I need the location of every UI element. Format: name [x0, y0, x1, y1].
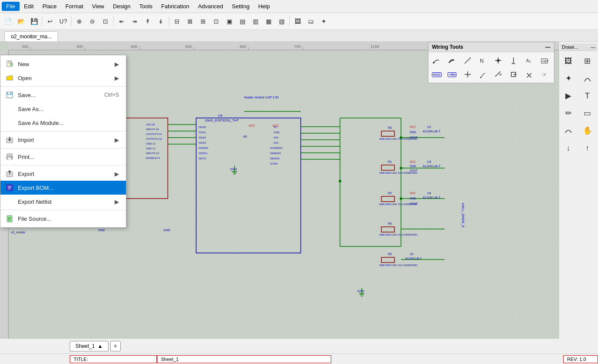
tb-redo[interactable]: U?: [57, 15, 69, 27]
sep5: [289, 16, 290, 27]
tb-layers[interactable]: 🗂: [305, 15, 317, 27]
tb-tool3[interactable]: ⊞: [197, 15, 209, 27]
wt-probe[interactable]: [476, 68, 489, 81]
tb-save[interactable]: 💾: [28, 15, 40, 27]
menu-item-filesource[interactable]: File Source...: [0, 212, 126, 226]
menu-item-open[interactable]: Open ▶: [0, 71, 126, 85]
wt-power[interactable]: [507, 54, 520, 67]
wt-buspin[interactable]: [507, 68, 520, 81]
rp-arrow-up[interactable]: ↑: [579, 140, 596, 156]
svg-text:A1104LUA-T: A1104LUA-T: [423, 130, 441, 133]
wt-hand[interactable]: ☞: [538, 68, 551, 81]
svg-text:A1104LUA-T: A1104LUA-T: [423, 165, 441, 168]
menu-item-exportbom[interactable]: Export BOM...: [0, 181, 126, 195]
tb-zoom-in[interactable]: ⊕: [73, 15, 85, 27]
svg-point-156: [400, 167, 402, 169]
svg-point-174: [480, 77, 481, 78]
svg-text:D10/MOSI: D10/MOSI: [270, 147, 282, 149]
drawing-panel-minimize[interactable]: —: [591, 44, 595, 50]
rp-image[interactable]: 🖼: [560, 53, 577, 69]
rp-text[interactable]: T: [579, 88, 596, 104]
tb-tool1[interactable]: ⊟: [171, 15, 183, 27]
tb-zoom-fit[interactable]: ⊡: [99, 15, 112, 27]
wt-wire[interactable]: [430, 54, 443, 67]
menu-design[interactable]: Design: [109, 2, 135, 11]
sep1: [42, 16, 42, 27]
tb-tool4[interactable]: ⊡: [210, 15, 222, 27]
tb-open[interactable]: 📂: [15, 15, 27, 27]
rp-arc[interactable]: [560, 122, 577, 139]
tb-move-up[interactable]: ↟: [142, 15, 154, 27]
menu-item-saveasmodule-label: Save As Module...: [18, 120, 64, 126]
wt-vcc[interactable]: VCC: [430, 68, 443, 81]
menu-item-export[interactable]: Export ▶: [0, 167, 126, 181]
svg-text:A1104LUA-T: A1104LUA-T: [423, 196, 441, 199]
tb-star[interactable]: ✦: [318, 15, 330, 27]
menu-item-print[interactable]: Print...: [0, 150, 126, 164]
filesource-icon: [5, 214, 14, 223]
svg-text:700: 700: [294, 44, 301, 49]
wt-pin[interactable]: [492, 68, 505, 81]
wt-junction[interactable]: [492, 54, 505, 67]
menu-edit[interactable]: Edit: [20, 2, 38, 11]
rp-arrow-right[interactable]: ▶: [560, 88, 577, 104]
sheet-tab-add[interactable]: +: [110, 341, 121, 351]
rp-pencil[interactable]: ✏: [560, 105, 577, 121]
tb-tool7[interactable]: ▥: [249, 15, 262, 27]
svg-text:D7/RX: D7/RX: [270, 162, 278, 165]
menu-setting[interactable]: Setting: [228, 2, 254, 11]
rp-arrow-down[interactable]: ↓: [560, 140, 577, 156]
tb-zoom-out[interactable]: ⊖: [86, 15, 99, 27]
tb-move-right[interactable]: ↠: [129, 15, 141, 27]
wiring-tools-minimize[interactable]: —: [545, 44, 550, 50]
statusbar: TITLE: Sheet_1 REV: 1.0: [0, 354, 598, 364]
menu-place[interactable]: Place: [38, 2, 61, 11]
menu-view[interactable]: View: [88, 2, 109, 11]
wt-netlabel[interactable]: NET: [538, 54, 551, 67]
menu-format[interactable]: Format: [61, 2, 88, 11]
rp-star[interactable]: ✦: [560, 70, 577, 87]
menu-item-save[interactable]: Save... Ctrl+S: [0, 88, 126, 102]
wt-noconnect[interactable]: N: [476, 54, 489, 67]
wt-bus[interactable]: [445, 54, 459, 67]
tb-tool2[interactable]: ⊠: [184, 15, 196, 27]
tb-tool6[interactable]: ▤: [236, 15, 248, 27]
menu-help[interactable]: Help: [254, 2, 274, 11]
menu-item-new[interactable]: New ▶: [0, 57, 126, 71]
rp-layers[interactable]: ⊞: [579, 53, 596, 69]
tb-new[interactable]: 📄: [2, 15, 14, 27]
tb-tool5[interactable]: ▣: [223, 15, 235, 27]
svg-text:OUTPUT3  13: OUTPUT3 13: [146, 138, 162, 140]
menu-item-exportnetlist[interactable]: Export Netlist ▶: [0, 195, 126, 209]
svg-line-161: [465, 57, 471, 64]
tb-move-left[interactable]: ↞: [116, 15, 128, 27]
tb-image[interactable]: 🖼: [292, 15, 304, 27]
menu-file[interactable]: File: [2, 2, 20, 11]
tb-tool9[interactable]: ▧: [275, 15, 288, 27]
export-icon: [5, 169, 14, 179]
sep-after-netlist: [0, 210, 126, 210]
wt-cross[interactable]: [461, 68, 474, 81]
svg-text:U3: U3: [427, 160, 431, 163]
wt-minus[interactable]: [523, 68, 536, 81]
tab-schematic[interactable]: o2_monitor_ma...: [4, 31, 58, 41]
rp-curve[interactable]: [579, 70, 596, 87]
svg-text:500: 500: [185, 44, 192, 49]
wt-vcc5[interactable]: +5V: [445, 68, 459, 81]
tb-tool8[interactable]: ▦: [262, 15, 275, 27]
menu-advanced[interactable]: Advanced: [194, 2, 228, 11]
menu-tools[interactable]: Tools: [135, 2, 156, 11]
menu-item-saveasmodule[interactable]: Save As Module...: [0, 116, 126, 130]
svg-text:D8/SCK: D8/SCK: [270, 157, 280, 160]
wt-label[interactable]: A₁: [523, 54, 536, 67]
svg-text:R1: R1: [388, 160, 392, 163]
sheet-tab-1[interactable]: Sheet_1 ▲: [70, 341, 109, 351]
wt-line[interactable]: [461, 54, 474, 67]
tb-move-down[interactable]: ↡: [155, 15, 167, 27]
menu-fabrication[interactable]: Fabrication: [157, 2, 194, 11]
tb-undo[interactable]: ↩: [44, 15, 56, 27]
menu-item-import[interactable]: Import ▶: [0, 133, 126, 147]
rp-rect[interactable]: ▭: [579, 105, 596, 121]
rp-hand[interactable]: ✋: [579, 122, 596, 139]
menu-item-saveas[interactable]: Save As...: [0, 102, 126, 116]
